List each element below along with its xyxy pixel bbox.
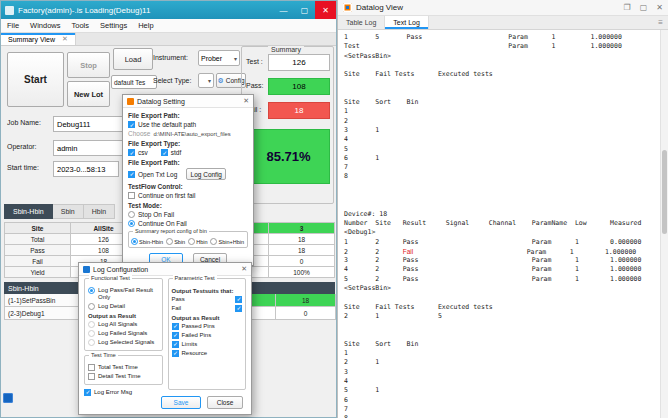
minimize-icon[interactable]: — [273,1,294,19]
start-time-input[interactable]: 2023-0...58:13 [53,161,119,177]
csv-checkbox[interactable] [128,149,135,156]
log-all-signals-radio[interactable] [88,321,95,328]
resource-label: Resource [182,350,208,357]
stop-on-fail-radio[interactable] [128,211,135,218]
scrollbar-thumb[interactable] [662,150,667,234]
bin-option-sbin+hbin[interactable]: Sbin+Hbin [210,238,244,245]
resource-checkbox[interactable] [172,350,179,357]
list-menu-icon[interactable]: ≡ [658,16,668,29]
bin-option-sbin[interactable]: Sbin [166,238,185,245]
log-failed-signals-radio[interactable] [88,330,95,337]
continue-first-fail-checkbox[interactable] [128,192,135,199]
window-icon [5,6,14,15]
file-export-path2-label: File Export Path: [128,159,248,166]
log-detail-radio[interactable] [88,303,95,310]
stats-row-label: Total [5,234,71,245]
detail-test-time-label: Detail Test Time [98,373,141,380]
bin-option-label: Sbin+Hbin [218,239,244,245]
start-button[interactable]: Start [7,52,64,107]
log-line [344,191,660,200]
instrument-select[interactable]: Prober ▾ [198,50,240,66]
bin-option-hbin[interactable]: Hbin [188,238,207,245]
use-default-path-checkbox[interactable] [128,121,135,128]
bin-tab-hbin[interactable]: Hbin [84,204,115,219]
close-button[interactable]: Close [207,396,243,409]
parametric-test-title: Parametric Test [173,275,217,281]
log-configuration-dialog: Log Configuration ✕ Functional Test Log … [78,262,252,415]
tab-table-log[interactable]: Table Log [338,16,385,29]
log-detail-label: Log Detail [98,303,125,310]
menu-item-settings[interactable]: Settings [100,21,127,30]
total-test-time-checkbox[interactable] [88,364,95,371]
save-button[interactable]: Save [161,396,201,409]
file-export-type-label: File Export Type: [128,140,248,147]
open-txt-log-checkbox[interactable] [128,171,135,178]
log-line: 7 [344,405,660,414]
test-time-group: Test Time Total Test Time Detail Test Ti… [84,355,163,385]
dialog-title-bar[interactable]: Datalog Setting ✕ [123,95,253,108]
select-type-select[interactable]: ▾ [198,73,214,88]
pass-checkbox[interactable] [235,296,242,303]
tab-text-log[interactable]: Text Log [385,16,428,29]
dialog-icon [83,266,90,273]
functional-test-group: Functional Test Log Pass/Fail Result Onl… [84,278,163,351]
maximize-icon[interactable]: ▢ [294,1,315,19]
continue-on-fail-radio[interactable] [128,220,135,227]
log-line: Test Param 1 1.000000 [344,42,660,51]
menu-item-help[interactable]: Help [138,21,153,30]
failed-pins-checkbox[interactable] [172,332,179,339]
menu-item-tools[interactable]: Tools [72,21,90,30]
limits-checkbox[interactable] [172,341,179,348]
export-path-value: d:\MINI-ATE\auto_export_files [153,131,230,137]
csv-label: csv [138,149,148,156]
test-mode-label: Test Mode: [128,202,248,209]
bin-option-radio[interactable] [131,238,138,245]
passed-pins-checkbox[interactable] [172,323,179,330]
chevron-down-icon: ▾ [234,55,237,62]
bin-option-radio[interactable] [210,238,217,245]
detail-test-time-checkbox[interactable] [88,373,95,380]
log-content[interactable]: 1 5 Pass Param 1 1.000000Test Param 1 1.… [338,30,660,418]
close-icon[interactable]: ✕ [315,1,336,19]
bin-tab-sbin-hbin[interactable]: Sbin-Hbin [4,204,53,219]
operator-label: Operator: [7,143,37,150]
log-config-button[interactable]: Log Config [186,168,226,180]
new-lot-button[interactable]: New Lot [67,81,110,107]
close-icon[interactable]: ✕ [243,97,249,105]
bin-option-radio[interactable] [166,238,173,245]
bin-tab-sbin[interactable]: Sbin [53,204,84,219]
pass-count: 108 [268,78,330,95]
log-error-msg-label: Log Error Msg [94,389,132,396]
total-test-time-label: Total Test Time [98,364,138,371]
stop-button[interactable]: Stop [67,52,110,78]
fail-checkbox[interactable] [235,305,242,312]
log-error-msg-checkbox[interactable] [84,389,91,396]
log-passfail-only-label: Log Pass/Fail Result Only [98,287,159,301]
app-launcher-icon[interactable] [3,393,13,403]
default-test-combo[interactable]: dafault Tes [111,75,157,89]
view-tab-bar: Summary View ✕ [1,33,336,46]
dock-icon[interactable]: ❐ [624,3,631,12]
title-bar[interactable]: Factory(admin)-.is Loading(Debug)11 — ▢ … [1,1,336,19]
bin-option-sbin-hbin[interactable]: Sbin-Hbin [131,238,163,245]
tab-summary-view[interactable]: Summary View ✕ [1,33,76,45]
menu-item-file[interactable]: File [7,21,19,30]
log-selected-signals-radio[interactable] [88,339,95,346]
vertical-scrollbar[interactable] [660,30,668,418]
stdf-checkbox[interactable] [161,149,168,156]
bin-option-radio[interactable] [188,238,195,245]
log-passfail-only-radio[interactable] [88,287,95,294]
stats-cell: 18 [269,245,335,256]
close-icon[interactable]: ✕ [241,265,247,273]
load-button[interactable]: Load [113,48,153,70]
choose-button[interactable]: Choose [128,130,150,137]
bin-option-label: Sbin-Hbin [139,239,163,245]
log-line: 5 1 [344,386,660,395]
tab-label: Summary View [8,36,55,43]
maximize-icon[interactable]: ▢ [640,3,648,12]
datalog-title-bar[interactable]: Datalog View ❐ ▢ ✕ [338,0,668,16]
menu-item-windows[interactable]: Windows [30,21,60,30]
tab-close-icon[interactable]: ✕ [62,35,68,43]
close-icon[interactable]: ✕ [656,3,663,12]
pass-label: Pass: [246,82,264,89]
